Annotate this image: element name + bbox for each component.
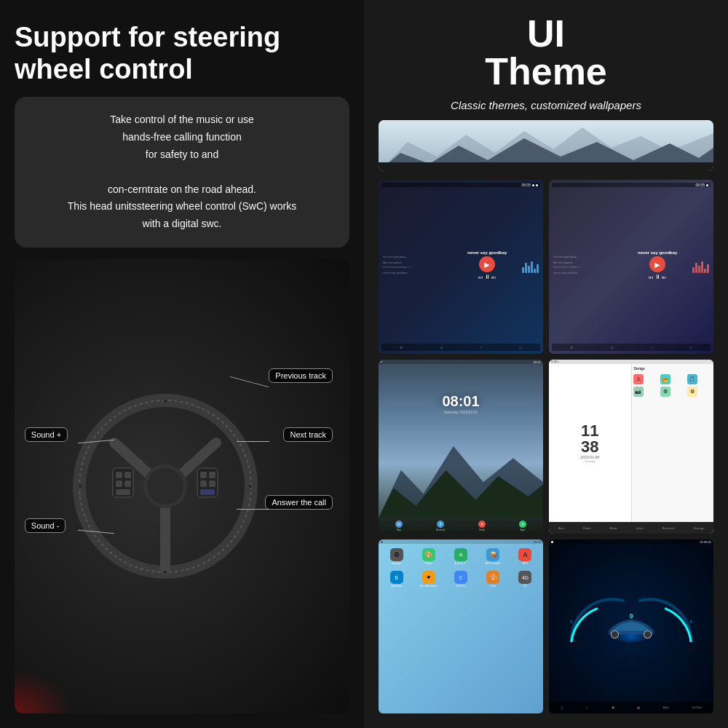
screenshot-music-dark-1: 08:05 I'm not a girl yet y... My preroga… [379, 180, 543, 354]
svg-point-19 [164, 400, 167, 403]
screenshot-apps: 08:00 ⚙ Settings 🎨 Theme G Android T... [379, 539, 543, 713]
svg-rect-26 [379, 162, 713, 171]
svg-rect-14 [200, 472, 207, 478]
screenshot-mountain-home: 08:01 08:01 Saturday 2023/01/21 M Map [379, 360, 543, 534]
svg-point-20 [164, 571, 167, 574]
svg-text:0: 0 [630, 613, 633, 620]
svg-text:0: 0 [570, 620, 572, 624]
svg-rect-10 [116, 480, 122, 487]
connector-line-3 [229, 376, 268, 387]
svg-rect-17 [209, 480, 215, 487]
steering-wheel-image: Sound + Sound - Previous track Next trac… [15, 259, 349, 713]
steering-wheel-svg [71, 392, 260, 581]
svg-point-6 [147, 468, 183, 505]
svg-rect-16 [200, 480, 207, 487]
right-panel: UI Theme Classic themes, customized wall… [364, 0, 728, 728]
svg-rect-15 [209, 472, 215, 478]
right-subtitle: Classic themes, customized wallpapers [379, 99, 713, 111]
mountain-banner [379, 120, 713, 171]
right-title: UI Theme [379, 15, 713, 90]
svg-text:0: 0 [690, 620, 692, 624]
sound-minus-label: Sound - [25, 518, 66, 533]
previous-track-label: Previous track [269, 368, 333, 383]
svg-point-22 [249, 485, 252, 488]
next-track-label: Next track [283, 427, 333, 442]
screenshots-grid: 08:05 I'm not a girl yet y... My preroga… [379, 180, 713, 713]
description-box: Take control of the music or use hands-f… [15, 97, 349, 248]
left-title: Support for steeringwheel control [15, 22, 349, 85]
theme-label: Theme [379, 52, 713, 90]
sound-plus-label: Sound + [25, 427, 68, 442]
connector-line-5 [237, 509, 269, 510]
svg-point-31 [644, 630, 651, 638]
answer-call-label: Answer the call [265, 495, 333, 510]
svg-point-30 [611, 630, 618, 638]
screenshot-music-dark-2: 08:05 I'm not a girl yet y... My preroga… [549, 180, 713, 354]
svg-point-21 [79, 485, 82, 488]
screenshot-clock-home: 11:38 ⓘ 11 38 2023-01-08 Tuesday [549, 360, 713, 534]
ui-label: UI [379, 15, 713, 52]
screenshot-speedometer: 01:08:01 [549, 539, 713, 713]
svg-rect-18 [200, 489, 215, 495]
svg-rect-11 [124, 480, 131, 487]
connector-line-4 [237, 441, 269, 442]
svg-rect-12 [116, 489, 130, 495]
left-panel: Support for steeringwheel control Take c… [0, 0, 364, 728]
description-text: Take control of the music or use hands-f… [68, 114, 296, 229]
svg-rect-9 [124, 472, 131, 478]
svg-rect-8 [116, 472, 122, 478]
